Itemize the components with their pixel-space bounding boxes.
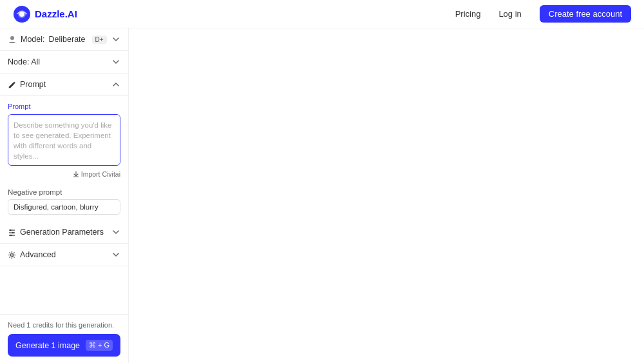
gen-params-row[interactable]: Generation Parameters xyxy=(0,221,128,244)
gen-params-left: Generation Parameters xyxy=(8,228,104,237)
credits-text: Need 1 credits for this generation. xyxy=(8,321,120,329)
negative-prompt-section: Negative prompt xyxy=(0,184,128,221)
prompt-header-row[interactable]: Prompt xyxy=(0,74,128,95)
model-badge: D+ xyxy=(92,35,107,44)
advanced-row[interactable]: Advanced xyxy=(0,244,128,266)
generate-label: Generate 1 image xyxy=(15,341,80,350)
model-value: Deliberate xyxy=(49,35,86,44)
import-civitai-label: Import Civitai xyxy=(81,170,120,178)
advanced-left: Advanced xyxy=(8,250,56,259)
content-area xyxy=(129,28,644,363)
svg-point-8 xyxy=(12,231,14,233)
node-row-left: Node: All xyxy=(8,57,40,66)
advanced-chevron-icon xyxy=(111,250,120,259)
svg-point-2 xyxy=(10,36,14,40)
negative-prompt-input[interactable] xyxy=(8,199,120,215)
prompt-field-label: Prompt xyxy=(8,103,120,110)
svg-point-9 xyxy=(10,234,12,235)
gen-params-chevron-icon xyxy=(111,228,120,237)
header-nav: Pricing Log in Create free account xyxy=(455,5,631,23)
generate-button[interactable]: Generate 1 image ⌘ + G xyxy=(8,334,120,357)
svg-rect-3 xyxy=(73,177,79,177)
sidebar-spacer xyxy=(0,266,128,314)
main-layout: Model: Deliberate D+ Node: All xyxy=(0,28,644,363)
prompt-fields: Prompt Import Civitai xyxy=(0,96,128,184)
logo-icon xyxy=(13,5,31,23)
prompt-textarea[interactable] xyxy=(8,114,120,166)
login-button[interactable]: Log in xyxy=(493,6,526,21)
node-label: Node: All xyxy=(8,57,40,66)
nav-pricing[interactable]: Pricing xyxy=(455,9,481,19)
create-account-button[interactable]: Create free account xyxy=(540,5,631,23)
model-section: Model: Deliberate D+ xyxy=(0,28,128,51)
sliders-icon xyxy=(8,228,16,237)
model-icon xyxy=(8,35,17,44)
node-chevron-icon xyxy=(111,57,120,66)
negative-prompt-label: Negative prompt xyxy=(8,188,120,196)
advanced-label: Advanced xyxy=(20,250,56,259)
import-icon xyxy=(73,171,79,177)
model-label: Model: xyxy=(21,35,45,44)
logo-text: Dazzle.AI xyxy=(35,8,77,19)
pencil-icon xyxy=(8,81,16,89)
prompt-section-label: Prompt xyxy=(20,80,46,89)
model-chevron-icon xyxy=(111,35,120,44)
svg-point-7 xyxy=(10,229,11,230)
node-section: Node: All xyxy=(0,51,128,74)
prompt-header-section: Prompt xyxy=(0,74,128,96)
logo[interactable]: Dazzle.AI xyxy=(13,5,77,23)
prompt-header-left: Prompt xyxy=(8,80,46,89)
import-civitai-button[interactable]: Import Civitai xyxy=(8,170,120,178)
header: Dazzle.AI Pricing Log in Create free acc… xyxy=(0,0,644,28)
model-row[interactable]: Model: Deliberate D+ xyxy=(0,28,128,50)
generate-shortcut: ⌘ + G xyxy=(86,340,113,351)
svg-point-10 xyxy=(11,253,14,256)
sidebar: Model: Deliberate D+ Node: All xyxy=(0,28,129,363)
sidebar-bottom: Need 1 credits for this generation. Gene… xyxy=(0,314,128,363)
model-row-left: Model: Deliberate D+ xyxy=(8,35,107,44)
gear-icon xyxy=(8,251,16,259)
gen-params-label: Generation Parameters xyxy=(20,228,104,237)
node-row[interactable]: Node: All xyxy=(0,51,128,73)
prompt-chevron-icon xyxy=(111,80,120,89)
